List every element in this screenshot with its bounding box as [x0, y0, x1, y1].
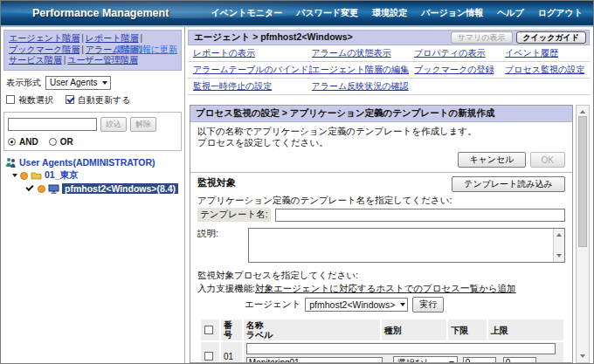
ok-button[interactable]: OK — [530, 152, 565, 168]
run-button[interactable]: 実行 — [412, 297, 444, 312]
scroll-down-icon[interactable] — [556, 254, 562, 260]
type-select[interactable]: 選択なし — [393, 356, 458, 363]
textarea-scrollbar[interactable] — [553, 229, 564, 262]
tab-report-hierarchy[interactable]: レポート階層 — [86, 33, 139, 43]
settings-panel: プロセス監視の設定 > アプリケーション定義のテンプレートの新規作成 以下の名称… — [190, 105, 573, 363]
filter-input[interactable] — [8, 118, 97, 131]
upper-limit-input[interactable] — [503, 357, 536, 363]
multi-select-checkbox[interactable]: 複数選択 — [6, 94, 53, 106]
link-alarm-table-bind[interactable]: アラームテーブルのバインド設定 — [193, 64, 312, 76]
tab-separator: | — [81, 45, 84, 54]
process-prompt: 監視対象プロセスを指定してください: — [190, 268, 572, 283]
tab-service-hierarchy[interactable]: サービス階層 — [9, 55, 62, 65]
template-name-input[interactable] — [275, 209, 565, 222]
tree-filter-box: 絞込 解除 AND OR — [3, 112, 182, 151]
link-suspend-monitoring[interactable]: 監視一時停止の設定 — [193, 80, 312, 93]
label-input[interactable] — [246, 357, 383, 363]
agent-select[interactable]: pfmhost2<Windows> — [305, 298, 408, 312]
tree-node-folder-01-tokyo[interactable]: 01_東京 — [5, 169, 182, 182]
agent-tree: User Agents(ADMINISTRATOR) 01_東京 — [5, 156, 182, 196]
nav-event-monitor[interactable]: イベントモニター — [211, 7, 283, 19]
description-textarea[interactable] — [248, 228, 565, 263]
summary-display-button[interactable]: サマリの表示 — [451, 31, 513, 44]
link-edit-agent-hierarchy[interactable]: エージェント階層の編集 — [312, 64, 415, 76]
hierarchy-tabs: エージェント階層|レポート階層| ブックマーク階層|アラーム階層| サービス階層… — [3, 30, 182, 71]
load-template-button[interactable]: テンプレート読み込み — [452, 176, 565, 192]
chevron-down-icon — [449, 361, 454, 364]
link-process-monitoring-settings[interactable]: プロセス監視の設定 — [505, 64, 588, 76]
col-type: 種別 — [382, 319, 447, 340]
auto-update-checkbox[interactable]: 自動更新する — [66, 94, 130, 106]
link-register-bookmark[interactable]: ブックマークの登録 — [414, 64, 505, 76]
folder-icon — [31, 171, 42, 180]
scroll-down-icon[interactable] — [580, 354, 585, 361]
link-alarm-status[interactable]: アラームの状態表示 — [312, 47, 415, 59]
col-number: 番号 — [221, 319, 242, 340]
and-radio[interactable]: AND — [8, 137, 38, 147]
clear-button[interactable]: 解除 — [130, 117, 156, 132]
sidebar: エージェント階層|レポート階層| ブックマーク階層|アラーム階層| サービス階層… — [1, 27, 185, 363]
quick-guide-button[interactable]: クイックガイド — [516, 31, 586, 44]
nav-version-info[interactable]: バージョン情報 — [421, 7, 483, 19]
user-agents-icon — [5, 157, 17, 168]
template-name-label: テンプレート名: — [197, 208, 271, 222]
panel-scrollbar[interactable] — [576, 105, 590, 363]
tab-agent-hierarchy[interactable]: エージェント階層 — [9, 33, 79, 43]
template-name-prompt: アプリケーション定義のテンプレート名を指定してください: — [190, 193, 572, 208]
agent-state-badge-icon — [38, 185, 45, 193]
host-monitor-icon — [48, 184, 59, 194]
tab-separator: | — [140, 33, 142, 43]
app-window: Performance Management イベントモニター パスワード変更 … — [0, 0, 594, 364]
radio-icon — [49, 138, 57, 146]
display-format-row: 表示形式 User Agents — [6, 76, 180, 90]
link-event-history[interactable]: イベント履歴 — [505, 47, 588, 59]
tab-bookmark-hierarchy[interactable]: ブックマーク階層 — [9, 45, 79, 54]
col-name-label: 名称 ラベル — [244, 319, 380, 340]
scrollbar-thumb[interactable] — [578, 116, 587, 247]
narrow-button[interactable]: 絞込 — [100, 117, 127, 132]
chevron-down-icon — [400, 303, 405, 309]
process-table: 番号 名称 ラベル 種別 下限 上限 01 — [199, 318, 565, 363]
refresh-link[interactable]: 最新情報に更新 — [116, 45, 177, 56]
row-checkbox[interactable] — [204, 352, 213, 361]
header-nav: イベントモニター パスワード変更 環境設定 バージョン情報 ヘルプ ログアウト — [211, 7, 583, 19]
main-area: エージェント > pfmhost2<Windows> サマリの表示 クイックガイ… — [185, 27, 593, 363]
nav-help[interactable]: ヘルプ — [497, 7, 524, 19]
table-header-row: 番号 名称 ラベル 種別 下限 上限 — [201, 319, 563, 340]
link-show-report[interactable]: レポートの表示 — [193, 47, 312, 59]
nav-environment-settings[interactable]: 環境設定 — [372, 7, 407, 19]
method-links: レポートの表示 アラームの状態表示 プロパティの表示 イベント履歴 アラームテー… — [188, 45, 590, 95]
display-format-select[interactable]: User Agents — [45, 76, 111, 90]
checkbox-checked-icon — [66, 95, 74, 104]
nav-change-password[interactable]: パスワード変更 — [296, 7, 358, 19]
select-all-checkbox[interactable] — [204, 326, 213, 334]
link-show-properties[interactable]: プロパティの表示 — [414, 47, 505, 59]
scroll-up-icon[interactable] — [556, 230, 562, 237]
expander-icon[interactable] — [12, 174, 17, 180]
agent-state-badge-icon — [20, 172, 28, 180]
tab-user-admin-hierarchy[interactable]: ユーザー管理階層 — [67, 55, 137, 65]
chevron-down-icon — [102, 81, 107, 87]
radio-selected-icon — [8, 138, 16, 146]
nav-logout[interactable]: ログアウト — [538, 7, 583, 19]
display-format-label: 表示形式 — [6, 77, 41, 89]
breadcrumb: エージェント > pfmhost2<Windows> — [194, 31, 353, 44]
scroll-up-icon[interactable] — [580, 107, 585, 113]
tree-node-agent-pfmhost2[interactable]: pfmhost2<Windows>(8.4) — [5, 182, 182, 196]
link-alarm-apply-status[interactable]: アラーム反映状況の確認 — [312, 80, 415, 93]
process-name-input[interactable] — [246, 343, 556, 354]
table-row: 01 選択なし — [201, 342, 563, 363]
panel-title: プロセス監視の設定 > アプリケーション定義のテンプレートの新規作成 — [190, 106, 572, 122]
tab-separator: | — [64, 55, 66, 65]
col-upper: 上限 — [488, 319, 563, 340]
tab-separator: | — [81, 33, 84, 43]
tree-node-user-agents[interactable]: User Agents(ADMINISTRATOR) — [5, 156, 182, 169]
app-title: Performance Management — [32, 7, 169, 19]
app-header: Performance Management イベントモニター パスワード変更 … — [1, 1, 593, 27]
checkbox-unchecked-icon — [6, 95, 15, 104]
lower-limit-input[interactable] — [463, 357, 496, 363]
agent-label: エージェント — [245, 299, 300, 311]
cancel-button[interactable]: キャンセル — [458, 152, 525, 168]
or-radio[interactable]: OR — [49, 137, 73, 147]
row-number: 01 — [221, 342, 242, 363]
